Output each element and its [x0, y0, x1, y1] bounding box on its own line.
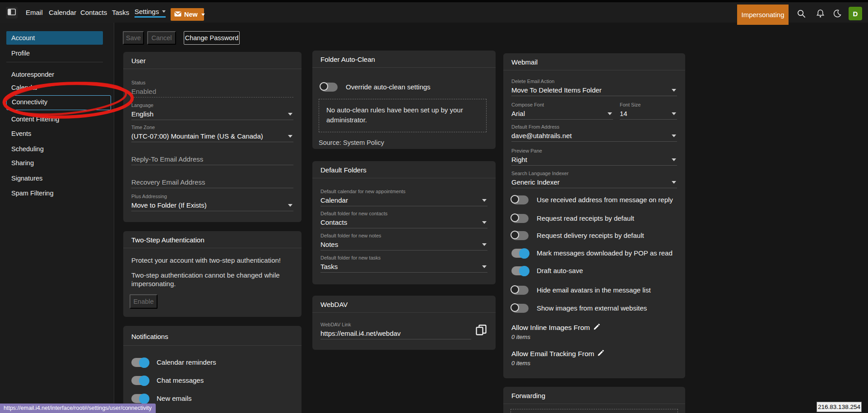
impersonating-button[interactable]: Impersonating: [737, 5, 789, 25]
sidebar-item-content-filtering[interactable]: Content Filtering: [6, 112, 103, 126]
sidebar-item-scheduling[interactable]: Scheduling: [6, 142, 103, 156]
new-button-dropdown[interactable]: [201, 14, 205, 16]
chevron-down-icon: [162, 10, 166, 13]
top-bar: Email Calendar Contacts Tasks Settings N…: [0, 0, 868, 23]
auto-clean-notice: No auto-clean rules have been set up by …: [319, 99, 487, 132]
nav-contacts[interactable]: Contacts: [80, 2, 107, 23]
default-calendar-select[interactable]: Default calendar for new appointments Ca…: [320, 188, 487, 206]
sidebar-toggle-button[interactable]: [6, 7, 18, 19]
sidebar-item-autoresponder[interactable]: Autoresponder: [6, 68, 103, 81]
toggle-switch[interactable]: [511, 195, 529, 204]
toggle-switch[interactable]: [131, 358, 149, 367]
chevron-down-icon[interactable]: [672, 158, 676, 161]
chevron-down-icon: [201, 14, 205, 16]
chevron-down-icon[interactable]: [608, 112, 612, 115]
nav-settings[interactable]: Settings: [135, 2, 166, 23]
save-button[interactable]: Save: [123, 31, 144, 45]
change-password-button[interactable]: Change Password: [184, 31, 240, 45]
reply-to-input[interactable]: Reply-To Email Address: [131, 154, 293, 165]
sidebar-item-calendar[interactable]: Calendar: [6, 81, 103, 94]
impersonating-label: Impersonating: [741, 11, 784, 19]
notifications-button[interactable]: [815, 9, 825, 19]
language-select[interactable]: Language English: [131, 102, 293, 120]
toggle-switch[interactable]: [511, 214, 529, 223]
nav-calendar[interactable]: Calendar: [49, 2, 76, 23]
search-language-indexer-select[interactable]: Search Language Indexer Generic Indexer: [511, 170, 677, 188]
enable-two-step-button[interactable]: Enable: [130, 294, 158, 309]
nav-tasks[interactable]: Tasks: [112, 2, 129, 23]
sidebar-item-signatures[interactable]: Signatures: [6, 172, 103, 185]
recovery-email-input[interactable]: Recovery Email Address: [131, 177, 293, 188]
nav-email[interactable]: Email: [26, 2, 43, 23]
default-contacts-select[interactable]: Default folder for new contacts Contacts: [320, 210, 487, 228]
panel-title: Folder Auto-Clean: [312, 51, 496, 68]
time-zone-select[interactable]: Time Zone (UTC-07:00) Mountain Time (US …: [131, 124, 293, 142]
chevron-down-icon[interactable]: [672, 112, 676, 115]
chevron-down-icon[interactable]: [672, 89, 676, 92]
settings-sidebar: Account Profile Autoresponder Calendar C…: [0, 23, 114, 413]
plus-addressing-select[interactable]: Plus Addressing Move to Folder (If Exist…: [131, 193, 293, 211]
chevron-down-icon[interactable]: [482, 265, 487, 268]
toggle-switch[interactable]: [511, 286, 529, 295]
chevron-down-icon[interactable]: [482, 199, 487, 202]
default-notes-select[interactable]: Default folder for new notes Notes: [320, 232, 487, 251]
sidebar-item-account[interactable]: Account: [6, 31, 103, 45]
user-panel: User Status Enabled Language English Tim…: [123, 52, 302, 222]
compose-font-select[interactable]: Compose Font Arial: [511, 102, 613, 120]
envelope-icon: [174, 11, 181, 18]
field-label: Status: [131, 79, 293, 86]
font-size-select[interactable]: Font Size 14: [620, 102, 677, 120]
panel-title: Webmail: [503, 53, 685, 70]
chevron-down-icon[interactable]: [288, 113, 292, 116]
toggle-row-use-received-address: Use received address from message on rep…: [511, 195, 677, 205]
default-from-address-select[interactable]: Default From Address dave@utahtrails.net: [511, 124, 677, 142]
toggle-switch[interactable]: [320, 83, 338, 92]
new-button[interactable]: New: [171, 8, 204, 21]
toggle-switch[interactable]: [511, 266, 529, 275]
search-button[interactable]: [796, 9, 806, 19]
field-placeholder: Reply-To Email Address: [131, 154, 293, 164]
toggle-switch[interactable]: [511, 304, 529, 313]
sidebar-item-spam-filtering[interactable]: Spam Filtering: [6, 186, 103, 200]
allow-inline-images-edit[interactable]: Allow Inline Images From: [511, 323, 600, 332]
field-value: Right: [511, 155, 677, 164]
cancel-button[interactable]: Cancel: [147, 31, 176, 45]
field-placeholder: Recovery Email Address: [131, 177, 293, 187]
sidebar-item-label: Profile: [11, 50, 30, 57]
toggle-switch[interactable]: [511, 249, 529, 258]
chevron-down-icon[interactable]: [482, 221, 487, 224]
bell-icon: [816, 9, 825, 20]
toggle-switch[interactable]: [131, 376, 149, 385]
preview-pane-select[interactable]: Preview Pane Right: [511, 148, 677, 166]
toggle-row-pop-as-read: Mark messages downloaded by POP as read: [511, 248, 677, 259]
dark-mode-button[interactable]: [832, 9, 842, 19]
chevron-down-icon[interactable]: [672, 135, 676, 137]
user-avatar[interactable]: D: [849, 7, 862, 20]
toggle-label: Calendar reminders: [157, 357, 216, 368]
chevron-down-icon[interactable]: [288, 135, 292, 138]
toggle-row-override-auto-clean: Override auto-clean settings: [320, 82, 487, 93]
sidebar-item-profile[interactable]: Profile: [6, 46, 103, 60]
sidebar-item-events[interactable]: Events: [6, 127, 103, 140]
toggle-knob: [519, 266, 529, 276]
toggle-row-delivery-receipts: Request delivery receipts by default: [511, 230, 677, 241]
toggle-switch[interactable]: [511, 231, 529, 240]
allow-email-tracking-edit[interactable]: Allow Email Tracking From: [511, 349, 604, 358]
panel-title: Notifications: [123, 326, 302, 346]
chevron-down-icon[interactable]: [482, 243, 487, 246]
sidebar-item-connectivity[interactable]: Connectivity: [6, 95, 111, 110]
webdav-panel: WebDAV WebDAV Link https://email.i4.net/…: [312, 296, 496, 350]
toggle-label: Use received address from message on rep…: [537, 195, 673, 205]
copy-button[interactable]: [475, 324, 488, 337]
delete-email-action-select[interactable]: Delete Email Action Move To Deleted Item…: [511, 78, 677, 96]
sidebar-item-label: Connectivity: [12, 98, 47, 106]
sidebar-item-sharing[interactable]: Sharing: [6, 156, 103, 170]
default-tasks-select[interactable]: Default folder for new tasks Tasks: [320, 255, 487, 273]
toggle-knob: [511, 195, 519, 204]
toggle-switch[interactable]: [131, 394, 149, 403]
webdav-link-field[interactable]: WebDAV Link https://email.i4.net/webdav: [320, 321, 471, 339]
field-value: Notes: [320, 240, 487, 249]
nav-contacts-label: Contacts: [80, 9, 107, 16]
chevron-down-icon[interactable]: [672, 181, 676, 184]
chevron-down-icon[interactable]: [288, 204, 292, 207]
